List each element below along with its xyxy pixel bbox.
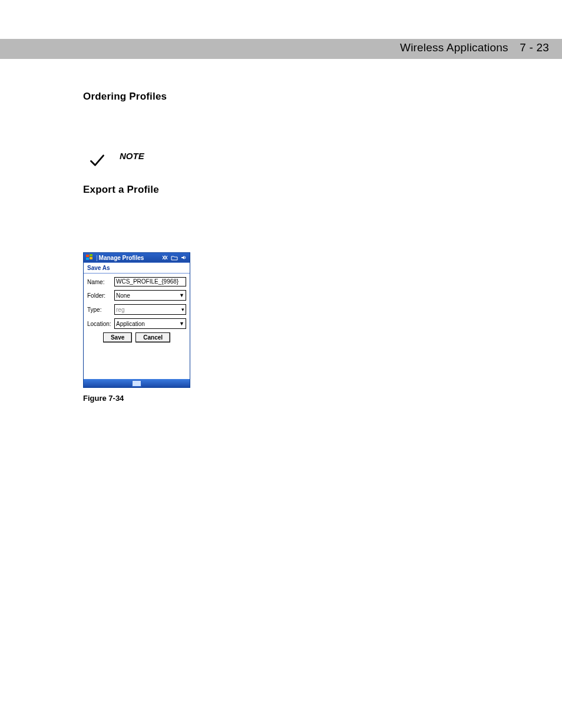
menubar-saveas[interactable]: Save As <box>87 265 110 271</box>
dialog-menubar: Save As <box>84 262 190 274</box>
svg-rect-2 <box>86 258 89 260</box>
keyboard-icon[interactable] <box>132 380 141 387</box>
label-folder: Folder: <box>87 292 114 299</box>
folder-icon[interactable] <box>171 254 178 261</box>
cancel-button[interactable]: Cancel <box>135 332 170 342</box>
dialog-body: Name: WCS_PROFILE_{9968} Folder: None ▼ … <box>84 274 190 379</box>
select-type: reg ▾ <box>114 304 186 315</box>
note-block: NOTE <box>89 152 531 169</box>
select-location[interactable]: Application ▼ <box>114 318 186 329</box>
chevron-down-icon: ▼ <box>179 292 184 298</box>
window-title: Manage Profiles <box>99 255 161 261</box>
section-heading-export: Export a Profile <box>83 184 531 196</box>
page-header: Wireless Applications 7 - 23 <box>400 41 549 54</box>
checkmark-icon <box>89 152 105 169</box>
select-folder[interactable]: None ▼ <box>114 290 186 301</box>
titlebar-separator: | <box>96 255 98 261</box>
chevron-down-icon: ▾ <box>181 307 184 312</box>
header-chapter-title: Wireless Applications <box>400 41 508 54</box>
select-location-value: Application <box>116 321 145 327</box>
note-label: NOTE <box>120 151 144 161</box>
device-bottombar <box>84 379 190 387</box>
select-folder-value: None <box>116 292 130 299</box>
svg-rect-1 <box>90 254 92 256</box>
select-type-value: reg <box>116 307 124 313</box>
label-name: Name: <box>87 279 114 285</box>
section-heading-ordering: Ordering Profiles <box>83 91 531 103</box>
window-titlebar: | Manage Profiles <box>84 253 190 262</box>
svg-rect-0 <box>86 255 89 257</box>
chevron-down-icon: ▼ <box>179 321 184 327</box>
device-screenshot: | Manage Profiles <box>83 252 190 388</box>
label-location: Location: <box>87 321 114 327</box>
input-name[interactable]: WCS_PROFILE_{9968} <box>114 277 186 286</box>
connectivity-icon[interactable] <box>161 254 168 261</box>
header-page-number: 7 - 23 <box>520 41 549 54</box>
windows-flag-icon[interactable] <box>86 254 93 261</box>
figure-caption: Figure 7-34 <box>83 394 531 403</box>
label-type: Type: <box>87 307 114 313</box>
save-button[interactable]: Save <box>103 332 132 342</box>
speaker-icon[interactable] <box>180 254 187 261</box>
svg-rect-3 <box>90 257 92 259</box>
